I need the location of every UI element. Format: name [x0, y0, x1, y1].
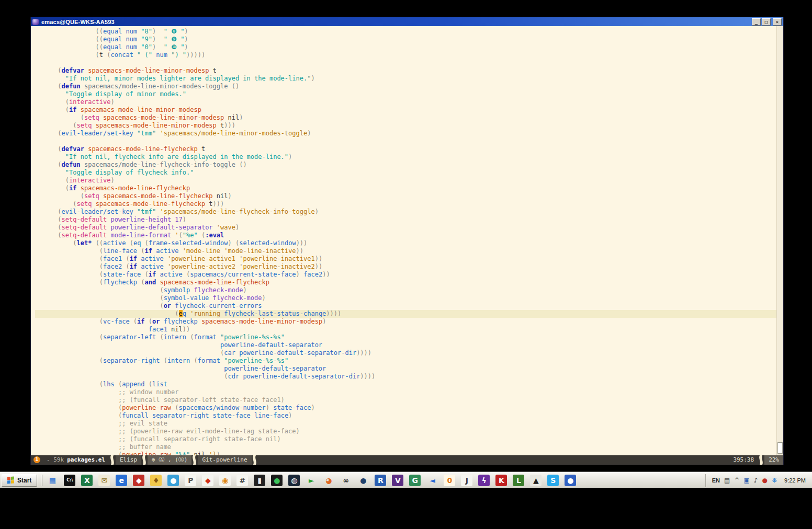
code-line[interactable]: (defun spacemacs/mode-line-minor-modes-t… [35, 83, 776, 90]
minimize-button[interactable]: _ [752, 18, 761, 26]
world-browser-icon[interactable]: ● [565, 475, 576, 486]
code-line[interactable]: (setq-default powerline-height 17) [35, 216, 776, 224]
java-icon[interactable]: J [461, 475, 472, 486]
code-line[interactable]: (interactive) [35, 177, 776, 185]
green-app-icon[interactable]: G [409, 475, 421, 486]
code-line[interactable]: (symbolp flycheck-mode) [35, 286, 776, 294]
code-line[interactable]: (t (concat " (" num ") "))))) [35, 51, 776, 59]
code-line[interactable]: ;; (funcall separator-right state-face n… [35, 435, 776, 443]
globe-icon[interactable]: ● [167, 475, 179, 486]
code-line[interactable]: (setq spacemacs-mode-line-minor-modesp n… [35, 114, 776, 122]
code-line[interactable]: face1 nil)) [35, 326, 776, 334]
vertical-scrollbar[interactable] [776, 26, 783, 455]
media-k-icon[interactable]: K [495, 475, 507, 486]
code-line[interactable]: (defun spacemacs/mode-line-flycheck-info… [35, 161, 776, 169]
code-line[interactable]: (separator-right (intern (format "powerl… [35, 357, 776, 365]
firefox-icon[interactable]: ◕ [323, 475, 334, 486]
code-line[interactable]: (defvar spacemacs-mode-line-flycheckp t [35, 145, 776, 153]
code-line[interactable]: powerline-default-separator [35, 365, 776, 373]
show-desktop-icon[interactable]: ▦ [47, 475, 58, 486]
code-line[interactable] [35, 59, 776, 67]
purple-app-icon[interactable]: V [392, 475, 403, 486]
player-dark-icon[interactable]: ▮ [254, 475, 265, 486]
code-line[interactable]: (if spacemacs-mode-line-minor-modesp [35, 106, 776, 114]
code-line[interactable] [35, 137, 776, 145]
title-bar[interactable]: emacs@QUE-WKS-AA593 _ □ ✕ [31, 17, 783, 26]
diamond-red-icon[interactable]: ◆ [202, 475, 213, 486]
code-line[interactable]: (setq spacemacs-mode-line-flycheckp nil) [35, 192, 776, 200]
tray-ball-icon[interactable]: ● [762, 477, 767, 484]
maximize-button[interactable]: □ [762, 18, 771, 26]
code-line[interactable]: (symbol-value flycheck-mode) [35, 294, 776, 302]
taskbar-clock[interactable]: 9:22 PM [784, 477, 806, 484]
major-mode-segment[interactable]: Elisp [116, 455, 141, 465]
quick-launch-handle[interactable] [41, 475, 42, 486]
tray-display-icon[interactable]: ▣ [743, 477, 749, 484]
code-line[interactable]: (interactive) [35, 98, 776, 106]
code-line[interactable]: "If not nil, flycheck info are displayed… [35, 153, 776, 161]
minor-modes-segment[interactable]: ⊕ Ⓐ , (Ⓢ) [148, 455, 191, 465]
code-line[interactable]: (or flycheck-current-errors [35, 302, 776, 310]
code-line[interactable]: ((equal num "0") " ❿ ") [35, 43, 776, 51]
code-line[interactable]: (let* ((active (eq (frame-selected-windo… [35, 239, 776, 247]
code-line[interactable]: (vc-face (if (or flycheckp spacemacs-mod… [35, 318, 776, 326]
code-line[interactable]: (defvar spacemacs-mode-line-minor-modesp… [35, 67, 776, 75]
mail-icon[interactable]: ✉ [98, 475, 110, 486]
code-buffer[interactable]: ((equal num "8") " ❽ ") ((equal num "9")… [31, 26, 776, 455]
code-line[interactable]: ;; evil state [35, 420, 776, 428]
eject-app-icon[interactable]: ▲ [530, 475, 542, 486]
buffer-segment[interactable]: - 59kpackages.el [42, 455, 109, 465]
code-line[interactable]: (evil-leader/set-key "tmm" 'spacemacs/mo… [35, 130, 776, 137]
code-line[interactable]: (cdr powerline-default-separator-dir)))) [35, 373, 776, 381]
tray-volume-icon[interactable]: ♪ [754, 477, 758, 484]
app-gold-icon[interactable]: ♦ [150, 475, 162, 486]
code-line[interactable]: (setq spacemacs-mode-line-minor-modesp t… [35, 122, 776, 130]
code-line[interactable]: ;; (powerline-raw evil-mode-line-tag sta… [35, 428, 776, 435]
code-line[interactable]: "Toggle display of minor modes." [35, 90, 776, 98]
code-line[interactable]: (if spacemacs-mode-line-flycheckp [35, 185, 776, 192]
code-line[interactable]: "Toggle display of flycheck info." [35, 169, 776, 177]
internet-explorer-icon[interactable]: e [116, 475, 127, 486]
code-line[interactable]: (face2 (if active 'powerline-active2 'po… [35, 263, 776, 271]
code-line[interactable]: (separator-left (intern (format "powerli… [35, 334, 776, 341]
code-line[interactable]: powerline-default-separator [35, 341, 776, 349]
close-button[interactable]: ✕ [773, 18, 782, 26]
language-indicator[interactable]: EN [712, 477, 720, 484]
code-line[interactable]: (line-face (if active 'mode-line 'mode-l… [35, 247, 776, 255]
tray-chevron-icon[interactable]: ^ [734, 477, 739, 484]
editor-doc-icon[interactable]: P [185, 475, 196, 486]
emacs-icon[interactable] [32, 19, 39, 25]
infinity-app-icon[interactable]: ∞ [340, 475, 352, 486]
code-line[interactable]: (face1 (if active 'powerline-active1 'po… [35, 255, 776, 263]
start-button[interactable]: Start [2, 474, 37, 487]
code-line[interactable]: (setq-default mode-line-format '("%e" (:… [35, 232, 776, 239]
code-line[interactable]: "If not nil, minor modes lighter are dis… [35, 75, 776, 83]
dark-orb-icon[interactable]: ● [357, 475, 369, 486]
spotify-icon[interactable]: ● [271, 475, 283, 486]
scrollbar-thumb[interactable] [777, 442, 783, 454]
code-line[interactable]: (funcall separator-right state-face line… [35, 412, 776, 420]
code-line[interactable]: (lhs (append (list [35, 381, 776, 388]
code-line[interactable]: ((equal num "9") " ❾ ") [35, 36, 776, 43]
code-line[interactable]: ;; buffer name [35, 443, 776, 451]
nav-back-icon[interactable]: ◄ [426, 475, 438, 486]
vc-branch-segment[interactable]: Git-powerline [198, 455, 251, 465]
code-line[interactable]: (setq spacemacs-mode-line-flycheckp t))) [35, 200, 776, 208]
code-line[interactable]: (powerline-raw "%*" nil 'l) [35, 451, 776, 455]
editor-area[interactable]: ((equal num "8") " ❽ ") ((equal num "9")… [31, 26, 783, 455]
code-line[interactable]: (car powerline-default-separator-dir)))) [35, 349, 776, 357]
excel-icon[interactable]: X [81, 475, 93, 486]
zero-badge-icon[interactable]: 0 [444, 475, 455, 486]
skype-icon[interactable]: S [547, 475, 559, 486]
code-line[interactable]: ;; window number [35, 388, 776, 396]
code-line[interactable]: (flycheckp (and spacemacs-mode-line-flyc… [35, 279, 776, 286]
code-line[interactable]: (setq-default powerline-default-separato… [35, 224, 776, 232]
command-prompt-icon[interactable]: C:\ [64, 475, 75, 486]
labview-icon[interactable]: L [513, 475, 524, 486]
tray-snow-icon[interactable]: ❋ [772, 477, 777, 484]
sharp-app-icon[interactable]: # [236, 475, 248, 486]
code-line[interactable]: ((equal num "8") " ❽ ") [35, 28, 776, 36]
chrome-orb-icon[interactable]: ◉ [219, 475, 231, 486]
code-line[interactable]: (evil-leader/set-key "tmf" 'spacemacs/mo… [35, 208, 776, 216]
code-line[interactable]: (state-face (if active (spacemacs/curren… [35, 271, 776, 279]
